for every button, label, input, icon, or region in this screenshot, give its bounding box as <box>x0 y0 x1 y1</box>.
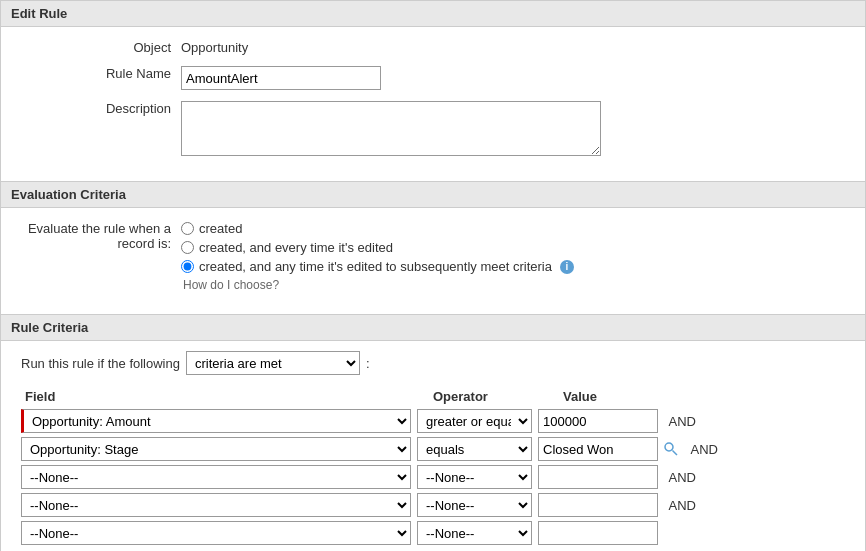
object-value: Opportunity <box>181 37 845 55</box>
criteria-type-select[interactable]: criteria are met formula evaluates to tr… <box>186 351 360 375</box>
rule-name-label: Rule Name <box>21 63 181 81</box>
rule-name-input[interactable] <box>181 66 381 90</box>
description-row: Description <box>21 98 845 159</box>
rule-criteria-title: Rule Criteria <box>11 320 88 335</box>
operator-select-2[interactable]: equals not equal greater or equal --None… <box>417 437 532 461</box>
description-label: Description <box>21 98 181 116</box>
lookup-icon-2[interactable] <box>662 440 680 458</box>
run-rule-row: Run this rule if the following criteria … <box>21 351 845 375</box>
field-column-header: Field <box>25 389 425 404</box>
operator-select-5[interactable]: --None-- <box>417 521 532 545</box>
description-input[interactable] <box>181 101 601 156</box>
filter-row-3: --None-- --None-- AND <box>21 465 845 489</box>
field-select-4[interactable]: --None-- <box>21 493 411 517</box>
evaluate-rule-row: Evaluate the rule when a record is: crea… <box>21 218 845 292</box>
field-select-3[interactable]: --None-- <box>21 465 411 489</box>
operator-select-1[interactable]: greater or equal equals not equal --None… <box>417 409 532 433</box>
field-select-2[interactable]: Opportunity: Stage --None-- <box>21 437 411 461</box>
field-select-5[interactable]: --None-- <box>21 521 411 545</box>
radio-created-subsequently-label: created, and any time it's edited to sub… <box>199 259 552 274</box>
svg-line-1 <box>673 451 678 456</box>
rule-criteria-header: Rule Criteria <box>1 314 865 341</box>
operator-select-4[interactable]: --None-- <box>417 493 532 517</box>
value-input-1[interactable] <box>538 409 658 433</box>
value-input-4[interactable] <box>538 493 658 517</box>
radio-created-subsequently[interactable] <box>181 260 194 273</box>
radio-group: created created, and every time it's edi… <box>181 221 845 274</box>
object-row: Object Opportunity <box>21 37 845 55</box>
operator-select-3[interactable]: --None-- <box>417 465 532 489</box>
how-to-choose-link[interactable]: How do I choose? <box>183 278 845 292</box>
edit-rule-content: Object Opportunity Rule Name Description <box>1 27 865 181</box>
description-field-container <box>181 98 845 159</box>
and-label-3: AND <box>666 470 696 485</box>
operator-column-header: Operator <box>425 389 555 404</box>
radio-created-label: created <box>199 221 242 236</box>
filter-table-header: Field Operator Value <box>21 389 845 404</box>
filter-row-5: --None-- --None-- <box>21 521 845 545</box>
evaluate-rule-options: created created, and every time it's edi… <box>181 218 845 292</box>
evaluate-rule-label: Evaluate the rule when a record is: <box>21 218 181 251</box>
radio-created-edited-item: created, and every time it's edited <box>181 240 845 255</box>
radio-created-item: created <box>181 221 845 236</box>
filter-row-2: Opportunity: Stage --None-- equals not e… <box>21 437 845 461</box>
edit-rule-title: Edit Rule <box>11 6 67 21</box>
radio-created-edited[interactable] <box>181 241 194 254</box>
evaluation-criteria-header: Evaluation Criteria <box>1 181 865 208</box>
field-select-1[interactable]: Opportunity: Amount --None-- <box>21 409 411 433</box>
radio-created-edited-label: created, and every time it's edited <box>199 240 393 255</box>
run-rule-label: Run this rule if the following <box>21 356 180 371</box>
filter-row-4: --None-- --None-- AND <box>21 493 845 517</box>
filter-row-1: Opportunity: Amount --None-- greater or … <box>21 409 845 433</box>
edit-rule-header: Edit Rule <box>1 1 865 27</box>
radio-created-subsequently-item: created, and any time it's edited to sub… <box>181 259 845 274</box>
evaluation-criteria-title: Evaluation Criteria <box>11 187 126 202</box>
rule-name-field-container <box>181 63 845 90</box>
value-input-2[interactable] <box>538 437 658 461</box>
value-input-3[interactable] <box>538 465 658 489</box>
evaluation-criteria-content: Evaluate the rule when a record is: crea… <box>1 208 865 314</box>
object-label: Object <box>21 37 181 55</box>
info-icon[interactable]: i <box>560 260 574 274</box>
and-label-2: AND <box>688 442 718 457</box>
and-label-4: AND <box>666 498 696 513</box>
radio-created[interactable] <box>181 222 194 235</box>
page-container: Edit Rule Object Opportunity Rule Name D… <box>0 0 866 551</box>
and-label-1: AND <box>666 414 696 429</box>
value-column-header: Value <box>555 389 695 404</box>
rule-name-row: Rule Name <box>21 63 845 90</box>
rule-criteria-content: Run this rule if the following criteria … <box>1 341 865 551</box>
run-rule-colon: : <box>366 356 370 371</box>
value-input-5[interactable] <box>538 521 658 545</box>
svg-point-0 <box>665 443 673 451</box>
